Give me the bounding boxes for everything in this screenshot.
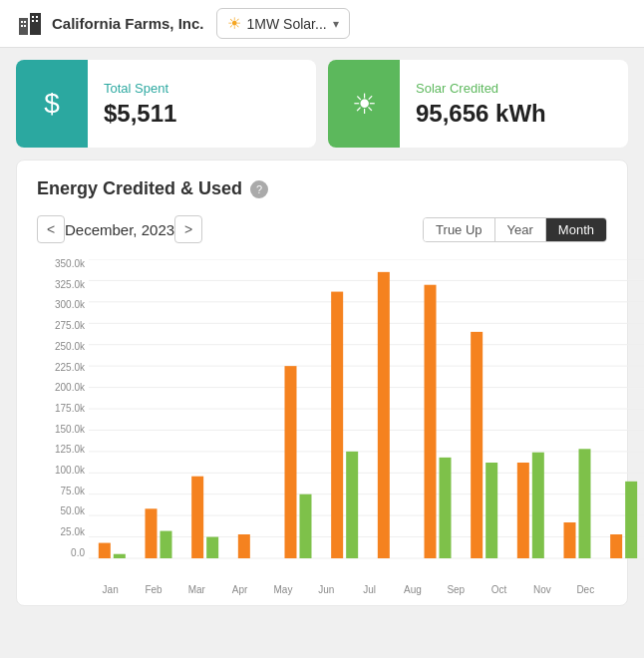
solar-icon: ☀ (328, 60, 400, 148)
cards-row: $ Total Spent $5,511 ☀ Solar Credited 95… (0, 48, 644, 160)
y-axis-labels: 350.0k 325.0k 300.0k 275.0k 250.0k 225.0… (37, 259, 85, 558)
svg-rect-3 (24, 21, 26, 23)
site-selector[interactable]: ☀ 1MW Solar... ▾ (216, 8, 350, 39)
month-label: May (261, 584, 304, 595)
bar-orange (425, 285, 437, 558)
bar-green (532, 453, 544, 558)
chart-date: December, 2023 (65, 221, 174, 238)
bar-orange (146, 508, 158, 558)
bar-orange (99, 543, 111, 558)
bar-green (485, 463, 497, 558)
bar-orange (331, 292, 343, 558)
bar-orange (610, 534, 622, 558)
company-logo: California Farms, Inc. (16, 10, 204, 38)
chart-area: 350.0k 325.0k 300.0k 275.0k 250.0k 225.0… (37, 259, 607, 595)
total-spent-card: $ Total Spent $5,511 (16, 60, 316, 148)
solar-credited-label: Solar Credited (416, 81, 612, 96)
solar-credited-card: ☀ Solar Credited 95,656 kWh (328, 60, 628, 148)
month-labels: JanFebMarAprMayJunJulAugSepOctNovDec (89, 584, 607, 595)
bar-chart (89, 259, 644, 578)
svg-rect-1 (30, 13, 41, 35)
view-buttons: True Up Year Month (423, 217, 607, 242)
bar-green (579, 449, 591, 558)
site-name: 1MW Solar... (247, 16, 327, 32)
chart-title: Energy Credited & Used (37, 178, 242, 199)
bar-orange (471, 332, 483, 558)
svg-rect-6 (32, 16, 34, 18)
month-view-button[interactable]: Month (546, 218, 606, 241)
svg-rect-2 (21, 21, 23, 23)
bar-orange (238, 534, 250, 558)
month-label: Dec (564, 584, 607, 595)
svg-rect-0 (19, 18, 28, 35)
chevron-down-icon: ▾ (333, 17, 339, 31)
chart-nav-row: < December, 2023 > True Up Year Month (37, 215, 607, 243)
chart-section: Energy Credited & Used ? < December, 202… (16, 160, 628, 606)
svg-rect-9 (36, 20, 38, 22)
svg-rect-7 (36, 16, 38, 18)
month-label: Aug (391, 584, 434, 595)
svg-rect-5 (24, 25, 26, 27)
chart-header: Energy Credited & Used ? (37, 178, 607, 199)
month-label: Jul (348, 584, 391, 595)
svg-rect-8 (32, 20, 34, 22)
bar-orange (517, 463, 529, 558)
bar-orange (378, 272, 390, 558)
bar-orange (564, 522, 576, 558)
bar-green (161, 531, 172, 558)
bar-green (206, 537, 218, 558)
month-label: Feb (132, 584, 174, 595)
trueup-view-button[interactable]: True Up (424, 218, 494, 241)
next-button[interactable]: > (174, 215, 202, 243)
building-icon (16, 10, 44, 38)
dollar-icon: $ (16, 60, 88, 148)
svg-rect-4 (21, 25, 23, 27)
month-label: Mar (175, 584, 218, 595)
month-label: Jun (305, 584, 348, 595)
sun-icon: ☀ (227, 14, 241, 33)
total-spent-body: Total Spent $5,511 (88, 69, 316, 140)
bar-orange (191, 477, 203, 558)
bar-green (440, 458, 452, 558)
month-label: Jan (89, 584, 132, 595)
app-header: California Farms, Inc. ☀ 1MW Solar... ▾ (0, 0, 644, 48)
month-label: Apr (218, 584, 261, 595)
company-name: California Farms, Inc. (52, 15, 204, 32)
bar-green (625, 482, 637, 558)
month-label: Nov (520, 584, 563, 595)
month-label: Oct (478, 584, 520, 595)
month-label: Sep (435, 584, 478, 595)
solar-credited-value: 95,656 kWh (416, 100, 612, 128)
grid-lines (89, 259, 644, 558)
bar-green (114, 554, 126, 558)
total-spent-label: Total Spent (104, 81, 300, 96)
solar-credited-body: Solar Credited 95,656 kWh (400, 69, 628, 140)
total-spent-value: $5,511 (104, 100, 300, 128)
prev-button[interactable]: < (37, 215, 65, 243)
bar-orange (285, 366, 297, 558)
bar-green (346, 452, 358, 558)
year-view-button[interactable]: Year (495, 218, 546, 241)
bar-green (300, 494, 312, 558)
help-icon[interactable]: ? (250, 180, 268, 198)
